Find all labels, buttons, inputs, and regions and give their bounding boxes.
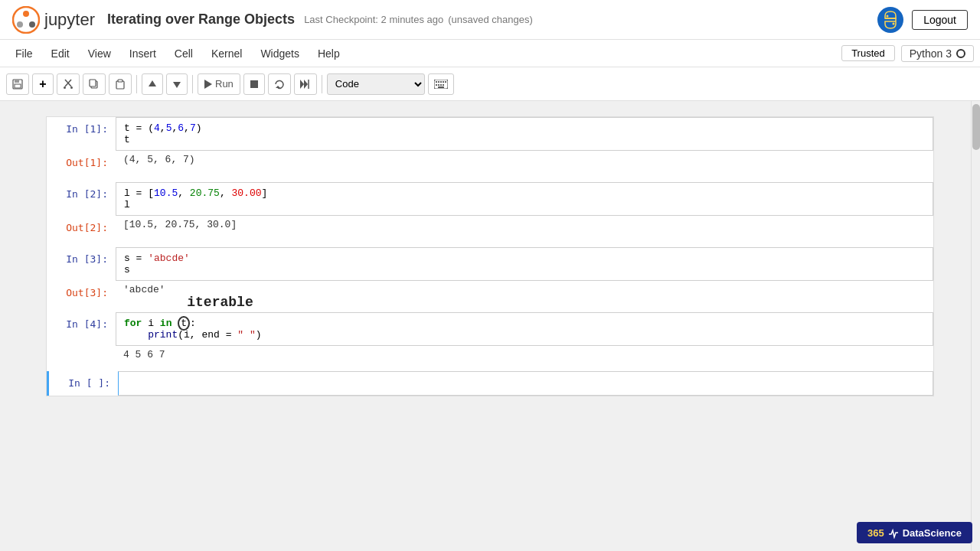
- code-line: l: [124, 199, 925, 210]
- header: jupyter Iterating over Range Objects Las…: [0, 0, 980, 40]
- cell-type-select[interactable]: Code Markdown Raw NBConvert Heading: [327, 73, 425, 95]
- menu-edit[interactable]: Edit: [42, 44, 79, 63]
- cell-3-input: In [3]: s = 'abcde' s: [47, 247, 933, 281]
- cell-1-in-prompt: In [1]:: [47, 117, 116, 151]
- sqrt-icon: [887, 527, 900, 539]
- svg-point-1: [23, 11, 29, 17]
- code-line: t: [124, 134, 925, 145]
- svg-rect-30: [443, 81, 444, 83]
- menu-insert[interactable]: Insert: [120, 44, 165, 63]
- keyboard-icon: [434, 80, 448, 89]
- svg-rect-15: [90, 80, 96, 86]
- run-label: Run: [215, 78, 234, 90]
- paste-icon: [115, 79, 126, 90]
- cell-2-out-value: [10.5, 20.75, 30.0]: [116, 216, 244, 233]
- cell-1-code[interactable]: t = (4,5,6,7) t: [116, 117, 933, 151]
- scrollbar-track[interactable]: [971, 101, 980, 551]
- save-icon: [12, 79, 23, 90]
- notebook-area[interactable]: In [1]: t = (4,5,6,7) t Out[1]: (4, 5, 6…: [0, 101, 980, 551]
- cell-4-in-prompt: In [4]:: [47, 312, 116, 346]
- toolbar-separator-3: [322, 75, 322, 93]
- header-right: Logout: [877, 6, 968, 34]
- cell-1-input: In [1]: t = (4,5,6,7) t: [47, 117, 933, 151]
- svg-rect-27: [436, 81, 437, 83]
- code-line: for i in titerable :: [124, 318, 925, 329]
- iterable-label: iterable: [187, 295, 253, 310]
- stop-icon: [250, 80, 259, 89]
- cell-2-in-prompt: In [2]:: [47, 182, 116, 216]
- toolbar: +: [0, 67, 980, 101]
- cell-4-code[interactable]: for i in titerable : print(i, end = " "): [116, 312, 933, 346]
- fast-forward-icon: [300, 80, 311, 89]
- code-line: l = [10.5, 20.75, 30.00]: [124, 187, 925, 199]
- add-cell-button[interactable]: +: [32, 73, 54, 95]
- paste-button[interactable]: [109, 73, 132, 95]
- menu-file[interactable]: File: [6, 44, 42, 63]
- spacer: [47, 305, 933, 312]
- jupyter-icon: [12, 6, 40, 34]
- jupyter-text: jupyter: [44, 10, 95, 30]
- svg-marker-22: [276, 86, 280, 88]
- restart-button[interactable]: [268, 73, 291, 95]
- cell-2-code[interactable]: l = [10.5, 20.75, 30.00] l: [116, 182, 933, 216]
- cell-2-output: Out[2]: [10.5, 20.75, 30.0]: [47, 216, 933, 240]
- menu-widgets[interactable]: Widgets: [251, 44, 309, 63]
- svg-rect-28: [438, 81, 439, 83]
- move-up-button[interactable]: [142, 73, 163, 95]
- logout-button[interactable]: Logout: [912, 10, 968, 30]
- svg-marker-24: [304, 80, 308, 89]
- toolbar-separator-1: [136, 75, 137, 93]
- cut-icon: [63, 79, 74, 90]
- svg-rect-21: [250, 80, 258, 88]
- arrow-up-icon: [148, 80, 157, 89]
- stop-button[interactable]: [243, 73, 265, 95]
- svg-point-6: [893, 22, 895, 24]
- cell-2-out-prompt: Out[2]:: [47, 216, 116, 240]
- svg-rect-9: [15, 84, 21, 88]
- plus-icon: +: [39, 78, 46, 90]
- svg-point-2: [17, 21, 23, 28]
- cell-5-input[interactable]: In [ ]:: [47, 371, 933, 396]
- code-line: t = (4,5,6,7): [124, 122, 925, 134]
- cell-3-out-prompt: Out[3]:: [47, 281, 116, 305]
- menu-kernel[interactable]: Kernel: [202, 44, 251, 63]
- cell-4-out-prompt: [47, 346, 116, 358]
- cell-1-output: Out[1]: (4, 5, 6, 7): [47, 151, 933, 174]
- arrow-down-icon: [172, 80, 181, 89]
- menubar: File Edit View Insert Cell Kernel Widget…: [0, 40, 980, 67]
- copy-button[interactable]: [83, 73, 106, 95]
- spacer: [47, 174, 933, 182]
- scrollbar-thumb[interactable]: [972, 104, 980, 150]
- circle-annotation: t: [178, 316, 190, 331]
- svg-rect-35: [443, 84, 444, 86]
- notebook-title[interactable]: Iterating over Range Objects: [107, 11, 295, 28]
- fast-forward-button[interactable]: [294, 73, 317, 95]
- save-button[interactable]: [6, 73, 29, 95]
- cell-5-code[interactable]: [118, 371, 933, 396]
- notebook-content: In [1]: t = (4,5,6,7) t Out[1]: (4, 5, 6…: [46, 116, 934, 396]
- watermark: 365 DataScience: [857, 522, 972, 543]
- watermark-number: 365: [867, 527, 884, 539]
- checkpoint-text: Last Checkpoint: 2 minutes ago: [304, 14, 443, 25]
- code-line: print(i, end = " "): [124, 329, 925, 341]
- cell-4-output: 4 5 6 7: [47, 346, 933, 364]
- run-icon: [204, 80, 212, 89]
- svg-point-12: [64, 86, 66, 89]
- cell-4-out-value: 4 5 6 7: [116, 346, 173, 364]
- svg-rect-33: [438, 84, 439, 86]
- run-button[interactable]: Run: [198, 73, 240, 95]
- cell-3-out-value: 'abcde': [116, 281, 173, 298]
- move-down-button[interactable]: [166, 73, 188, 95]
- menu-cell[interactable]: Cell: [165, 44, 202, 63]
- menu-help[interactable]: Help: [309, 44, 349, 63]
- trusted-button[interactable]: Trusted: [841, 45, 895, 61]
- menu-view[interactable]: View: [79, 44, 120, 63]
- cell-1-out-prompt: Out[1]:: [47, 151, 116, 174]
- unsaved-changes-text: (unsaved changes): [448, 14, 533, 25]
- cell-3-code[interactable]: s = 'abcde' s: [116, 247, 933, 281]
- cell-1-out-value: (4, 5, 6, 7): [116, 151, 203, 168]
- cut-button[interactable]: [57, 73, 80, 95]
- keyboard-shortcuts-button[interactable]: [428, 73, 454, 95]
- cell-4-input: In [4]: for i in titerable : print(i, en…: [47, 312, 933, 346]
- svg-rect-32: [436, 84, 437, 86]
